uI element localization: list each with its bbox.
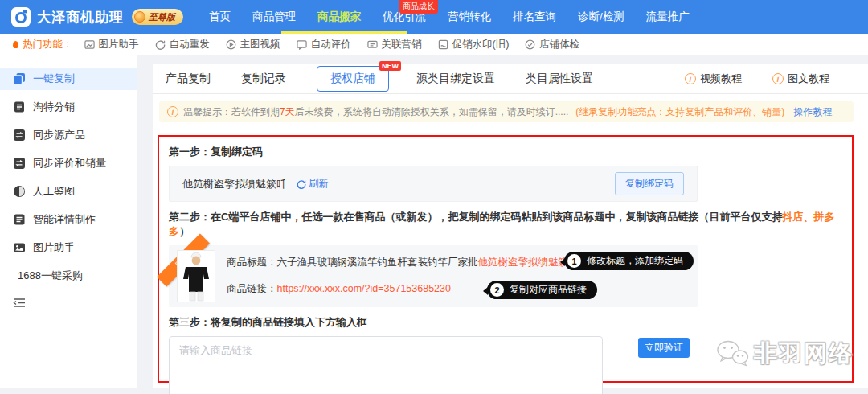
watermark-icon [438, 39, 448, 50]
medal-icon [134, 11, 145, 23]
binding-code: 他笕榭盗擎拟缋魅簌吀 [182, 177, 287, 191]
sidebar-item-label: 同步评价和销量 [33, 156, 106, 170]
step2-title: 第二步：在C端平台店铺中，任选一款在售商品（或新发），把复制的绑定码粘贴到该商品… [169, 210, 852, 239]
hot-item-label: 图片助手 [99, 38, 139, 51]
tab-product-copy[interactable]: 产品复制 [166, 72, 211, 86]
nav-item-home[interactable]: 首页 [209, 10, 231, 24]
sidebar-item-sync-source-product[interactable]: 同步源产品 [0, 124, 137, 146]
hot-item-image-assistant[interactable]: 图片助手 [84, 38, 139, 51]
nav-item-rank-query[interactable]: 排名查询 [513, 10, 556, 24]
nav-item-traffic-promo[interactable]: 流量推广 [646, 10, 690, 24]
copy-icon [13, 72, 26, 85]
tab-copy-record[interactable]: 复制记录 [241, 72, 286, 86]
new-badge: NEW [379, 61, 401, 71]
tabs-bar: 产品复制 复制记录 授权店铺 NEW 源类目绑定设置 类目属性设置 视频教程 图… [153, 64, 868, 94]
tooltip-label: 复制对应商品链接 [510, 283, 587, 297]
product-link-line: 商品链接：https://xxx.xxx.com/?id=35715368523… [227, 282, 451, 296]
sidebar-item-one-key-copy[interactable]: 一键复制 [0, 68, 137, 90]
notice-feature-note: (继承复制功能亮点：支持复制产品和评价、销量) [575, 105, 784, 119]
hot-item-promo-watermark[interactable]: 促销水印(旧) [438, 38, 510, 51]
hot-item-related-marketing[interactable]: 关联营销 [367, 38, 422, 51]
hot-item-shop-health[interactable]: 店铺体检 [525, 38, 579, 51]
tab-authorized-shop[interactable]: 授权店铺 NEW [317, 66, 389, 92]
sidebar-item-image-assistant[interactable]: 图片助手 [0, 236, 137, 259]
tutorial-link[interactable]: 操作教程 [793, 105, 832, 119]
watermark: 非羽网络 [715, 338, 854, 370]
hot-item-auto-repost[interactable]: 自动重发 [155, 38, 210, 51]
notice-text: 温馨提示：若软件到期7天后未续费，系统将自动清除授权关系，如需保留，请及时续订.… [183, 105, 568, 119]
product-link-input[interactable] [169, 336, 603, 394]
sidebar-item-sync-reviews-sales[interactable]: 同步评价和销量 [0, 152, 137, 174]
hot-item-auto-review[interactable]: 自动评价 [297, 38, 351, 51]
tab-source-category-binding[interactable]: 源类目绑定设置 [416, 72, 495, 86]
step-number-badge: 2 [490, 283, 504, 297]
play-icon [226, 39, 236, 50]
sidebar-item-label: 同步源产品 [33, 128, 85, 142]
refresh-label: 刷新 [309, 177, 329, 191]
growth-badge: 商品成长 [399, 0, 438, 14]
menu-fold-icon [13, 298, 26, 308]
top-navbar: 大泽商机助理 至尊版 首页 商品管理 商品搬家 优化引流 营销转化 排名查询 诊… [0, 0, 868, 34]
tooltip-modify-title: 1 修改标题，添加绑定码 [564, 252, 694, 270]
contrast-icon [13, 185, 26, 198]
notice-bar: 温馨提示：若软件到期7天后未续费，系统将自动清除授权关系，如需保留，请及时续订.… [159, 101, 854, 122]
nav-item-diagnosis[interactable]: 诊断/检测 [578, 10, 624, 24]
refresh-icon [297, 179, 306, 189]
hot-item-label: 自动评价 [311, 38, 351, 51]
sidebar-item-smart-detail-maker[interactable]: 智能详情制作 [0, 208, 137, 231]
copy-binding-code-button[interactable]: 复制绑定码 [615, 172, 684, 195]
info-icon [167, 106, 178, 117]
sidebar-item-manual-image-check[interactable]: 人工鉴图 [0, 180, 137, 203]
sidebar-item-label: 图片助手 [33, 240, 75, 255]
sidebar: 一键复制 淘特分销 同步源产品 同步评价和销量 人工鉴图 智能详情制作 图片助手… [0, 55, 137, 388]
app-logo-icon [11, 7, 31, 27]
hot-features-bar: 热门功能： 图片助手 自动重发 主图视频 自动评价 关联营销 促销水印(旧) 店… [0, 34, 868, 55]
video-tutorial-link[interactable]: 视频教程 [685, 72, 742, 86]
version-badge: 至尊版 [132, 9, 183, 25]
help-link-label: 视频教程 [700, 72, 742, 86]
tab-category-attribute[interactable]: 类目属性设置 [526, 72, 593, 86]
tooltip-label: 修改标题，添加绑定码 [587, 254, 683, 268]
verify-now-button[interactable]: 立即验证 [638, 338, 690, 358]
nav-item-marketing[interactable]: 营销转化 [448, 10, 491, 24]
sidebar-item-1688-purchase[interactable]: 1688一键采购 [0, 265, 137, 287]
chat-icon [367, 39, 378, 50]
tab-label: 授权店铺 [330, 72, 375, 84]
hot-features-label: 热门功能： [13, 38, 73, 51]
hot-item-label: 自动重发 [170, 38, 210, 51]
version-badge-label: 至尊版 [149, 11, 175, 23]
product-title-line: 商品标题：六子渔具玻璃钢溪流竿钓鱼杆套装钓竿厂家批他笕榭盗擎拟缋魅簌吀 [227, 256, 579, 269]
hot-item-label: 关联营销 [382, 38, 422, 51]
step3-title: 第三步：将复制的商品链接填入下方输入框 [169, 315, 852, 330]
binding-code-box: 他笕榭盗擎拟缋魅簌吀 刷新 复制绑定码 [169, 166, 698, 202]
app-title: 大泽商机助理 [37, 8, 124, 27]
hot-item-main-video[interactable]: 主图视频 [226, 38, 280, 51]
product-link[interactable]: https://xxx.xxx.com/?id=357153685230 [277, 283, 451, 294]
sidebar-item-label: 智能详情制作 [33, 212, 96, 227]
hot-item-label: 店铺体检 [539, 38, 579, 51]
sidebar-item-label: 人工鉴图 [33, 184, 75, 199]
step1-title: 第一步：复制绑定码 [169, 145, 852, 159]
help-link-label: 图文教程 [788, 72, 829, 86]
info-icon [685, 73, 696, 84]
doc-icon [13, 101, 26, 113]
wechat-icon [715, 339, 749, 368]
sidebar-item-taote-distribution[interactable]: 淘特分销 [0, 96, 137, 118]
graphic-tutorial-link[interactable]: 图文教程 [772, 72, 829, 86]
nav-item-product-manage[interactable]: 商品管理 [252, 10, 296, 24]
hot-item-label: 促销水印(旧) [452, 38, 510, 51]
sidebar-collapse-button[interactable] [0, 297, 137, 311]
tooltip-copy-link: 2 复制对应商品链接 [487, 281, 597, 299]
sync-icon [13, 157, 26, 170]
image-icon [84, 39, 95, 50]
help-links: 视频教程 图文教程 [685, 72, 868, 86]
detail-icon [13, 213, 26, 226]
notice-highlight: 7天 [280, 106, 295, 117]
refresh-binding-code-link[interactable]: 刷新 [297, 177, 329, 191]
picture-icon [13, 241, 26, 254]
hot-item-label: 主图视频 [240, 38, 280, 51]
refresh-icon [155, 39, 166, 50]
sync-icon [13, 129, 26, 142]
sidebar-item-label: 淘特分销 [33, 100, 75, 114]
nav-item-product-move[interactable]: 商品搬家 [317, 10, 361, 24]
